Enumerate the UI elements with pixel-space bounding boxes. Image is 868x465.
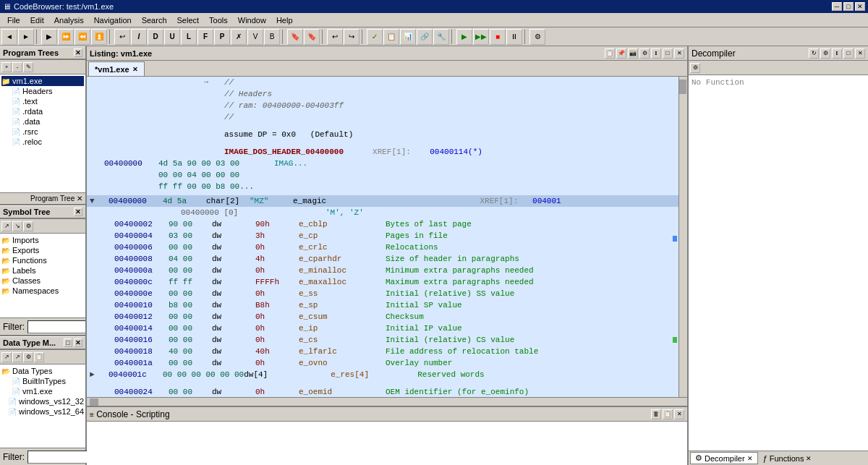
dt-vm1exe[interactable]: 📄 vm1.exe bbox=[1, 386, 84, 396]
pt-add-btn[interactable]: + bbox=[1, 62, 12, 72]
program-trees-close[interactable]: ✕ bbox=[74, 48, 82, 57]
menu-select[interactable]: Select bbox=[173, 14, 204, 27]
toolbar-img4[interactable]: 🔧 bbox=[433, 29, 449, 45]
st-labels[interactable]: 📂 Labels bbox=[1, 265, 84, 276]
toolbar-img2[interactable]: 📊 bbox=[400, 29, 416, 45]
listing-expand[interactable]: □ bbox=[663, 48, 673, 59]
toolbar-bookmark2[interactable]: 🔖 bbox=[304, 29, 320, 45]
symbol-tree-close[interactable]: ✕ bbox=[74, 208, 82, 216]
decompiler-tab-decompiler[interactable]: ⚙ Decompiler ✕ bbox=[690, 452, 758, 464]
st-btn1[interactable]: ↗ bbox=[1, 221, 12, 231]
toolbar-btn-1[interactable]: ▶ bbox=[41, 29, 57, 45]
st-classes[interactable]: 📂 Classes bbox=[1, 276, 84, 286]
dec-btn1[interactable]: ⚙ bbox=[690, 63, 700, 73]
console-clear[interactable]: 🗑 bbox=[651, 409, 661, 419]
tab-vm1exe[interactable]: *vm1.exe ✕ bbox=[88, 61, 145, 76]
dt-btn2[interactable]: ↗ bbox=[12, 352, 22, 362]
tree-item-rsrc[interactable]: 📄 .rsrc bbox=[1, 127, 84, 137]
toolbar-bookmark[interactable]: 🔖 bbox=[287, 29, 303, 45]
st-imports[interactable]: 📂 Imports bbox=[1, 235, 84, 245]
toolbar-img3[interactable]: 🔗 bbox=[417, 29, 433, 45]
toolbar-btn-i[interactable]: I bbox=[131, 29, 147, 45]
toolbar-settings[interactable]: ⚙ bbox=[529, 29, 545, 45]
toolbar-stop[interactable]: ■ bbox=[490, 29, 506, 45]
decompiler-close[interactable]: ✕ bbox=[855, 48, 865, 59]
forward-button[interactable]: ► bbox=[18, 29, 34, 45]
st-btn3[interactable]: ⚙ bbox=[23, 221, 33, 231]
dt-vs12-32[interactable]: 📄 windows_vs12_32 bbox=[1, 396, 84, 406]
toolbar-btn-3[interactable]: ⏪ bbox=[75, 29, 90, 45]
toolbar-btn-2[interactable]: ⏩ bbox=[58, 29, 74, 45]
decompiler-tab-close[interactable]: ✕ bbox=[747, 455, 753, 462]
minimize-button[interactable]: ─ bbox=[832, 2, 842, 11]
dt-builtin[interactable]: 📄 BuiltInTypes bbox=[1, 376, 84, 386]
menu-help[interactable]: Help bbox=[272, 14, 297, 27]
toolbar-btn-d[interactable]: D bbox=[148, 29, 163, 45]
listing-scrollbar[interactable] bbox=[678, 77, 687, 397]
listing-content[interactable]: → // // Headers // ram: 00400000-004003f… bbox=[87, 77, 687, 397]
toolbar-undo2[interactable]: ↩ bbox=[327, 29, 343, 45]
pt-del-btn[interactable]: - bbox=[12, 62, 22, 72]
title-bar-controls[interactable]: ─ □ ✕ bbox=[832, 2, 865, 11]
toolbar-btn-p[interactable]: P bbox=[214, 29, 230, 45]
tree-item-rdata[interactable]: 📄 .rdata bbox=[1, 106, 84, 116]
dt-btn3[interactable]: ⚙ bbox=[23, 352, 33, 362]
console-close[interactable]: ✕ bbox=[674, 409, 684, 419]
menu-search[interactable]: Search bbox=[137, 14, 171, 27]
dt-vs12-64[interactable]: 📄 windows_vs12_64 bbox=[1, 406, 84, 417]
decompiler-expand[interactable]: □ bbox=[843, 48, 854, 59]
back-button[interactable]: ◄ bbox=[1, 29, 17, 45]
listing-btn2[interactable]: 📌 bbox=[616, 48, 626, 59]
decompiler-tab-functions[interactable]: ƒ Functions ✕ bbox=[758, 453, 817, 464]
listing-hscrollbar[interactable] bbox=[87, 397, 687, 406]
st-exports[interactable]: 📂 Exports bbox=[1, 245, 84, 255]
listing-settings[interactable]: ⚙ bbox=[639, 48, 650, 59]
dt-datatypes[interactable]: 📂 Data Types bbox=[1, 366, 84, 376]
tree-item-vm1exe[interactable]: 📁 vm1.exe bbox=[1, 76, 84, 86]
data-type-close[interactable]: ✕ bbox=[74, 338, 82, 347]
hscrollbar-thumb[interactable] bbox=[90, 398, 98, 406]
toolbar-btn-b[interactable]: B bbox=[264, 29, 280, 45]
st-btn2[interactable]: ↘ bbox=[12, 221, 22, 231]
st-namespaces[interactable]: 📂 Namespaces bbox=[1, 286, 84, 296]
menu-edit[interactable]: Edit bbox=[26, 14, 48, 27]
scrollbar-thumb[interactable] bbox=[679, 80, 686, 94]
tree-item-headers[interactable]: 📄 Headers bbox=[1, 86, 84, 96]
decompiler-split[interactable]: ⫿ bbox=[832, 48, 842, 59]
toolbar-img1[interactable]: 📋 bbox=[383, 29, 399, 45]
listing-close[interactable]: ✕ bbox=[674, 48, 684, 59]
close-button[interactable]: ✕ bbox=[855, 2, 865, 11]
toolbar-btn-4[interactable]: ⏫ bbox=[91, 29, 107, 45]
symbol-tree-filter-input[interactable] bbox=[27, 320, 85, 333]
tab-vm1exe-close[interactable]: ✕ bbox=[132, 66, 138, 73]
functions-tab-close[interactable]: ✕ bbox=[806, 455, 812, 462]
decompiler-refresh[interactable]: ↻ bbox=[809, 48, 819, 59]
expand-toggle-res[interactable]: ► bbox=[90, 369, 98, 380]
st-functions[interactable]: 📂 Functions bbox=[1, 255, 84, 265]
listing-split[interactable]: ⫿ bbox=[651, 48, 661, 59]
toolbar-pause[interactable]: ⏸ bbox=[506, 29, 522, 45]
tree-item-text[interactable]: 📄 .text bbox=[1, 96, 84, 106]
decompiler-settings[interactable]: ⚙ bbox=[820, 48, 830, 59]
listing-btn1[interactable]: 📋 bbox=[605, 48, 615, 59]
menu-tools[interactable]: Tools bbox=[205, 14, 232, 27]
data-type-expand[interactable]: □ bbox=[64, 338, 72, 347]
expand-toggle-mz[interactable]: ▼ bbox=[90, 195, 98, 207]
menu-file[interactable]: File bbox=[3, 14, 25, 27]
menu-window[interactable]: Window bbox=[234, 14, 271, 27]
tree-item-data[interactable]: 📄 .data bbox=[1, 116, 84, 127]
toolbar-btn-x[interactable]: ✗ bbox=[231, 29, 247, 45]
toolbar-btn-u[interactable]: U bbox=[164, 29, 180, 45]
console-expand[interactable]: 📋 bbox=[663, 409, 673, 419]
toolbar-btn-l[interactable]: L bbox=[181, 29, 197, 45]
menu-navigation[interactable]: Navigation bbox=[90, 14, 136, 27]
toolbar-run[interactable]: ▶ bbox=[456, 29, 472, 45]
dt-btn4[interactable]: 📋 bbox=[34, 352, 44, 362]
menu-analysis[interactable]: Analysis bbox=[50, 14, 88, 27]
tree-item-reloc[interactable]: 📄 .reloc bbox=[1, 137, 84, 147]
listing-capture[interactable]: 📸 bbox=[628, 48, 638, 59]
dt-btn1[interactable]: ↗ bbox=[1, 352, 12, 362]
pt-edit-btn[interactable]: ✎ bbox=[23, 62, 33, 72]
toolbar-check[interactable]: ✓ bbox=[367, 29, 383, 45]
toolbar-undo[interactable]: ↩ bbox=[114, 29, 130, 45]
